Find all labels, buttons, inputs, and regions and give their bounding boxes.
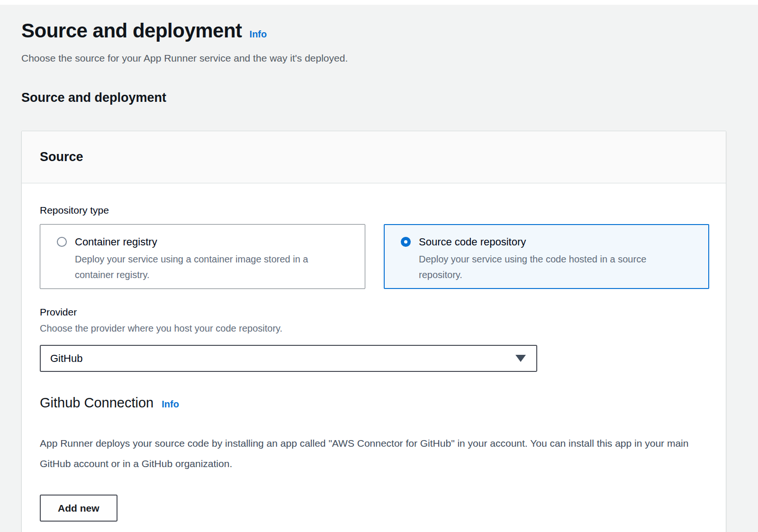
source-card-body: Repository type Container registry Deplo… [22,183,726,532]
content-area: Source and deployment Info Choose the so… [0,5,758,532]
radio-tile-container-registry[interactable]: Container registry Deploy your service u… [40,224,365,289]
provider-description: Choose the provider where you host your … [40,323,708,334]
tile-text: Source code repository Deploy your servi… [419,235,684,283]
repository-type-tiles: Container registry Deploy your service u… [40,224,708,289]
repository-type-label: Repository type [40,204,708,216]
tile-text: Container registry Deploy your service u… [75,235,340,283]
page-title: Source and deployment [21,18,242,44]
top-nav-remnant [0,0,758,5]
provider-select-value: GitHub [50,352,82,365]
radio-tile-source-code-repository[interactable]: Source code repository Deploy your servi… [384,224,709,289]
section-heading: Source and deployment [21,90,726,105]
source-card-title: Source [40,149,708,165]
chevron-down-icon [515,355,526,362]
tile-description: Deploy your service using a container im… [75,252,340,283]
github-connection-header: Github Connection Info [40,395,708,411]
github-connection-title: Github Connection [40,395,153,411]
tile-title: Source code repository [419,235,684,249]
github-connection-info-link[interactable]: Info [162,399,179,410]
provider-field: Provider Choose the provider where you h… [40,306,708,372]
source-card: Source Repository type Container registr… [21,131,726,532]
tile-title: Container registry [75,235,340,249]
provider-select[interactable]: GitHub [40,345,537,372]
radio-button-icon[interactable] [57,237,67,247]
tile-description: Deploy your service using the code hoste… [419,252,684,283]
github-connection-description: App Runner deploys your source code by i… [40,433,698,474]
page-subtitle: Choose the source for your App Runner se… [21,52,726,64]
provider-label: Provider [40,306,708,318]
page-title-info-link[interactable]: Info [250,29,267,40]
add-new-button[interactable]: Add new [40,495,117,522]
page-header: Source and deployment Info [21,18,726,44]
radio-button-checked-icon[interactable] [401,237,411,247]
source-card-header: Source [22,131,726,183]
